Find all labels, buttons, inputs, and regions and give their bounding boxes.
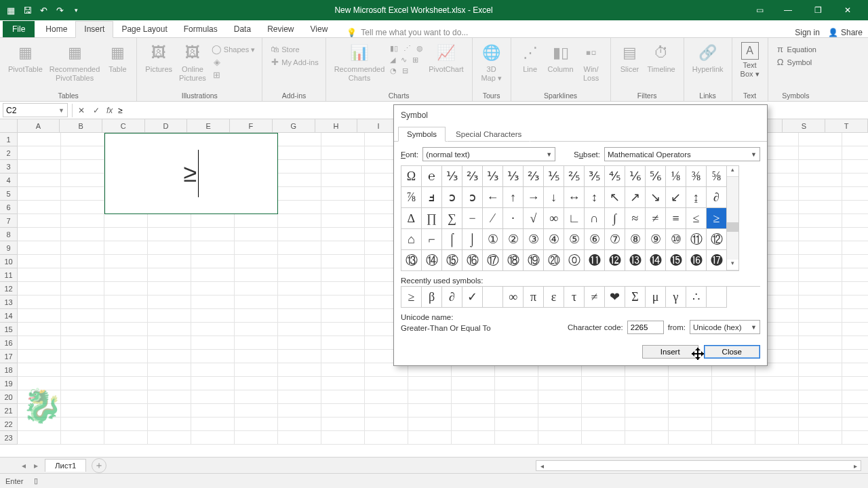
- cell[interactable]: [755, 404, 799, 418]
- cell[interactable]: [495, 431, 538, 445]
- symbol-cell[interactable]: ↓: [544, 187, 564, 208]
- recent-symbol-cell[interactable]: π: [524, 287, 544, 308]
- tab-formulas[interactable]: Formulas: [176, 22, 226, 37]
- cell[interactable]: [278, 255, 321, 268]
- my-addins-button[interactable]: ✚My Add-ins: [268, 56, 319, 68]
- cell[interactable]: [321, 418, 365, 431]
- cell[interactable]: [495, 404, 538, 418]
- cell[interactable]: [235, 309, 278, 323]
- cell[interactable]: [799, 431, 842, 445]
- symbol-cell[interactable]: ↗: [625, 187, 646, 208]
- cell[interactable]: [191, 296, 235, 309]
- smartart-button[interactable]: ◈: [210, 56, 256, 68]
- cell[interactable]: [799, 241, 842, 255]
- chart-bar-icon[interactable]: ▮▯: [389, 43, 399, 54]
- cell[interactable]: [104, 377, 148, 390]
- select-all-corner[interactable]: [0, 119, 18, 132]
- cell[interactable]: [148, 228, 191, 241]
- symbol-cell[interactable]: ②: [503, 229, 524, 250]
- cell[interactable]: [712, 404, 755, 418]
- cell[interactable]: [278, 241, 321, 255]
- cell[interactable]: [408, 377, 452, 390]
- cell[interactable]: [321, 323, 365, 336]
- cell[interactable]: [191, 431, 235, 445]
- cell[interactable]: [104, 431, 148, 445]
- cell[interactable]: [842, 228, 868, 241]
- cell[interactable]: [104, 350, 148, 363]
- row-header[interactable]: 4: [0, 174, 18, 187]
- cell[interactable]: [321, 187, 365, 201]
- scroll-left-icon[interactable]: ◂: [536, 462, 547, 470]
- cell[interactable]: [18, 363, 61, 377]
- row-header[interactable]: 9: [0, 241, 18, 255]
- cell[interactable]: [235, 296, 278, 309]
- cell[interactable]: [538, 377, 582, 390]
- cell[interactable]: [235, 377, 278, 390]
- symbol-cell[interactable]: ↘: [646, 187, 666, 208]
- symbol-cell[interactable]: ⅙: [625, 166, 646, 187]
- cell[interactable]: [799, 214, 842, 228]
- cell[interactable]: [278, 214, 321, 228]
- cell[interactable]: [842, 323, 868, 336]
- sheet-tab-active[interactable]: Лист1: [45, 459, 86, 472]
- cell[interactable]: [18, 146, 61, 160]
- recent-symbols-grid[interactable]: ≥β∂✓∞πετ≠❤Σμγ∴: [401, 286, 760, 308]
- cell[interactable]: [61, 404, 104, 418]
- cell[interactable]: [61, 214, 104, 228]
- symbol-cell[interactable]: ℮: [422, 166, 442, 187]
- recent-symbol-cell[interactable]: ❤: [605, 287, 625, 308]
- redo-icon[interactable]: ↷: [54, 5, 65, 16]
- cell[interactable]: [191, 390, 235, 404]
- cancel-edit-icon[interactable]: ✕: [74, 106, 89, 115]
- symbol-cell[interactable]: ⅎ: [422, 187, 442, 208]
- symbol-cell[interactable]: ⅝: [707, 166, 727, 187]
- sparkline-column-button[interactable]: ▮▯Column: [545, 41, 576, 75]
- scroll-down-icon[interactable]: ▾: [727, 260, 738, 270]
- cell[interactable]: [799, 363, 842, 377]
- cell[interactable]: [799, 268, 842, 282]
- cell[interactable]: [61, 174, 104, 187]
- recent-symbol-cell[interactable]: γ: [666, 287, 686, 308]
- cell[interactable]: [18, 350, 61, 363]
- symbol-cell[interactable]: ⅗: [585, 166, 605, 187]
- table-button[interactable]: ▦Table: [104, 41, 131, 75]
- cell[interactable]: [321, 282, 365, 296]
- cell[interactable]: [799, 174, 842, 187]
- cell-edit-box[interactable]: ≥: [104, 133, 278, 214]
- cell[interactable]: [365, 377, 408, 390]
- column-header[interactable]: T: [825, 119, 868, 132]
- cell[interactable]: [842, 214, 868, 228]
- cell[interactable]: [278, 404, 321, 418]
- symbol-cell[interactable]: ←: [483, 187, 503, 208]
- cell[interactable]: [842, 418, 868, 431]
- cell[interactable]: [61, 133, 104, 146]
- row-header[interactable]: 21: [0, 404, 18, 418]
- symbol-cell[interactable]: ∕: [483, 208, 503, 229]
- cell[interactable]: [18, 133, 61, 146]
- symbol-cell[interactable]: ⅔: [462, 166, 483, 187]
- cell[interactable]: [321, 241, 365, 255]
- cell[interactable]: [452, 404, 495, 418]
- cell[interactable]: [842, 268, 868, 282]
- column-header[interactable]: A: [18, 119, 60, 132]
- cell[interactable]: [365, 390, 408, 404]
- chart-stock-icon[interactable]: ∿: [399, 55, 408, 65]
- cell[interactable]: [278, 336, 321, 350]
- cell[interactable]: [191, 363, 235, 377]
- macro-record-icon[interactable]: ▯: [34, 476, 38, 485]
- cell[interactable]: [235, 282, 278, 296]
- cell[interactable]: [582, 431, 625, 445]
- subset-combo[interactable]: Mathematical Operators▼: [604, 147, 760, 161]
- cell[interactable]: [148, 282, 191, 296]
- cell[interactable]: [235, 418, 278, 431]
- screenshot-button[interactable]: ⊞: [210, 69, 256, 81]
- symbol-cell[interactable]: ⅓: [483, 166, 503, 187]
- shapes-button[interactable]: ◯Shapes ▾: [210, 43, 256, 56]
- cell[interactable]: [61, 268, 104, 282]
- cell[interactable]: [148, 404, 191, 418]
- cell[interactable]: [321, 255, 365, 268]
- cell[interactable]: [61, 418, 104, 431]
- cell[interactable]: [235, 363, 278, 377]
- cell[interactable]: [18, 296, 61, 309]
- cell[interactable]: [191, 336, 235, 350]
